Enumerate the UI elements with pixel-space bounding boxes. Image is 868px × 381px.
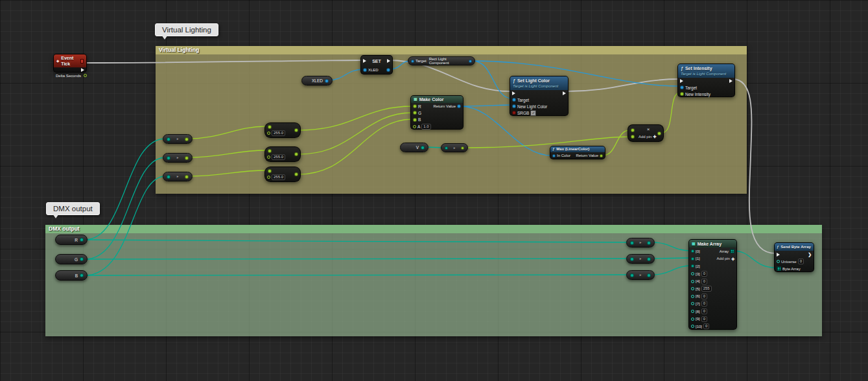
g-in-pin[interactable]	[413, 111, 417, 115]
divide-value-pin[interactable]	[267, 132, 270, 135]
array-element-value[interactable]: 0	[701, 308, 707, 314]
exec-out-pin[interactable]	[81, 68, 84, 72]
divide-out-pin[interactable]	[294, 128, 298, 132]
divide-value-field[interactable]: 255.0	[272, 154, 285, 160]
exec-out-pin[interactable]	[729, 79, 733, 83]
array-element-pin-7[interactable]	[691, 302, 694, 305]
wire-obj-rectlight-setintensity-target[interactable]	[473, 61, 680, 86]
array-element-pin-8[interactable]	[691, 310, 694, 313]
array-element-value[interactable]: 0	[701, 279, 707, 284]
wire-byt-r-dmxconv1[interactable]	[85, 240, 629, 242]
srgb-checkbox[interactable]: ✓	[530, 110, 536, 116]
target-in-pin[interactable]	[411, 60, 414, 63]
node-convert-b[interactable]: ▸	[163, 172, 193, 181]
array-element-pin-6[interactable]	[691, 295, 694, 298]
array-element-value[interactable]: 0	[701, 294, 707, 299]
divide-value-pin[interactable]	[267, 176, 270, 179]
node-divide-255-g[interactable]: 255.0	[264, 146, 301, 162]
convert-out-pin[interactable]	[647, 241, 651, 245]
array-element-pin-9[interactable]	[691, 318, 694, 321]
wire-obj-xled-set[interactable]	[329, 69, 363, 80]
xled-out-pin[interactable]	[325, 79, 329, 83]
node-g-getter[interactable]: G	[55, 254, 88, 264]
node-dmx-convert-g[interactable]: ▸	[626, 254, 655, 264]
byte-array-pin[interactable]	[777, 266, 781, 271]
wire-byt-r-conv1[interactable]	[85, 139, 165, 240]
wire-byt-b-conv3[interactable]	[85, 176, 165, 275]
add-pin-label[interactable]: Add pin	[717, 257, 730, 260]
wire-flt-max-multiply[interactable]	[603, 130, 629, 156]
set-output-pin[interactable]	[386, 68, 390, 72]
wire-byt-b-dmxconv3[interactable]	[85, 275, 629, 275]
array-element-pin-1[interactable]	[691, 257, 694, 260]
node-xled-getter[interactable]: XLED	[301, 76, 333, 86]
divide-in-pin[interactable]	[268, 149, 272, 153]
wire-byt-g-dmxconv2[interactable]	[85, 259, 629, 259]
wire-flt-vconv-multiply[interactable]	[465, 137, 629, 148]
universe-value-field[interactable]: 0	[798, 259, 804, 264]
divide-value-pin[interactable]	[267, 156, 270, 159]
array-element-pin-0[interactable]	[691, 249, 694, 253]
wire-flt-conv1-div1[interactable]	[189, 126, 266, 139]
convert-out-pin[interactable]	[647, 273, 651, 277]
g-out-pin[interactable]	[80, 257, 84, 261]
add-pin-label[interactable]: Add pin	[639, 135, 651, 139]
array-element-value[interactable]: 0	[701, 271, 707, 277]
component-out-pin[interactable]	[469, 60, 472, 63]
r-in-pin[interactable]	[413, 104, 417, 108]
multiply-out-pin[interactable]	[657, 132, 661, 135]
node-r-getter[interactable]: R	[55, 235, 88, 245]
array-element-value[interactable]: 0	[703, 323, 709, 329]
wire-flt-div1-makecolor-r[interactable]	[299, 106, 412, 130]
target-in-pin[interactable]	[512, 98, 516, 102]
wire-byt-makearray-sendbytearray[interactable]	[733, 251, 775, 268]
set-input-pin[interactable]	[363, 68, 367, 72]
exec-out-pin[interactable]	[563, 91, 566, 95]
multiply-in-pin-1[interactable]	[631, 128, 635, 132]
exec-in-pin[interactable]	[512, 91, 515, 95]
wire-flt-multiply-newintensity[interactable]	[662, 93, 680, 133]
node-max-linearcolor[interactable]: ƒ Max (LinearColor) In Color Return Valu…	[550, 146, 605, 159]
array-element-value[interactable]: 0	[701, 316, 707, 322]
array-element-pin-4[interactable]	[691, 280, 694, 283]
node-divide-255-r[interactable]: 255.0	[264, 122, 301, 138]
node-v-getter[interactable]: V	[400, 143, 428, 152]
r-out-pin[interactable]	[80, 238, 84, 242]
convert-out-pin[interactable]	[185, 137, 189, 141]
exec-in-pin[interactable]	[777, 253, 780, 257]
a-in-pin[interactable]	[413, 125, 416, 128]
new-intensity-pin[interactable]	[680, 92, 684, 96]
graph-canvas[interactable]: Virtual Lighting DMX output	[0, 0, 868, 381]
node-make-color[interactable]: ▦ Make Color R Return Value G B A 1.0	[410, 95, 463, 130]
wire-flt-conv2-div2[interactable]	[189, 150, 266, 157]
convert-in-pin[interactable]	[167, 137, 170, 141]
exec-in-pin[interactable]	[680, 79, 683, 83]
node-dmx-convert-b[interactable]: ▸	[626, 270, 655, 280]
wire-obj-makecolor-newlightcolor[interactable]	[461, 105, 512, 106]
convert-in-pin[interactable]	[630, 257, 634, 261]
universe-pin[interactable]	[777, 260, 780, 263]
in-color-pin[interactable]	[552, 154, 556, 157]
convert-in-pin[interactable]	[445, 146, 448, 150]
srgb-pin[interactable]	[512, 111, 516, 115]
convert-out-pin[interactable]	[461, 146, 464, 150]
exec-out-pin[interactable]	[387, 59, 390, 63]
a-value-field[interactable]: 1.0	[421, 124, 430, 130]
multiply-in-pin-2[interactable]	[631, 135, 635, 139]
v-out-pin[interactable]	[421, 146, 425, 150]
exec-in-pin[interactable]	[363, 59, 366, 63]
node-b-getter[interactable]: B	[55, 270, 88, 281]
wire-obj-rectlight-setlightcolor-target[interactable]	[473, 61, 512, 98]
add-pin-icon[interactable]: ✚	[731, 257, 734, 261]
divide-out-pin[interactable]	[294, 172, 298, 176]
array-element-pin-3[interactable]	[691, 272, 694, 275]
new-light-color-pin[interactable]	[512, 104, 516, 108]
divide-value-field[interactable]: 255.0	[272, 174, 285, 180]
target-in-pin[interactable]	[680, 86, 684, 89]
divide-out-pin[interactable]	[294, 152, 298, 156]
b-out-pin[interactable]	[80, 273, 84, 277]
convert-in-pin[interactable]	[630, 273, 634, 277]
convert-out-pin[interactable]	[647, 257, 651, 261]
wire-byt-dmxconv2-array1[interactable]	[652, 258, 691, 259]
node-set-xled[interactable]: SET XLED	[360, 55, 393, 75]
